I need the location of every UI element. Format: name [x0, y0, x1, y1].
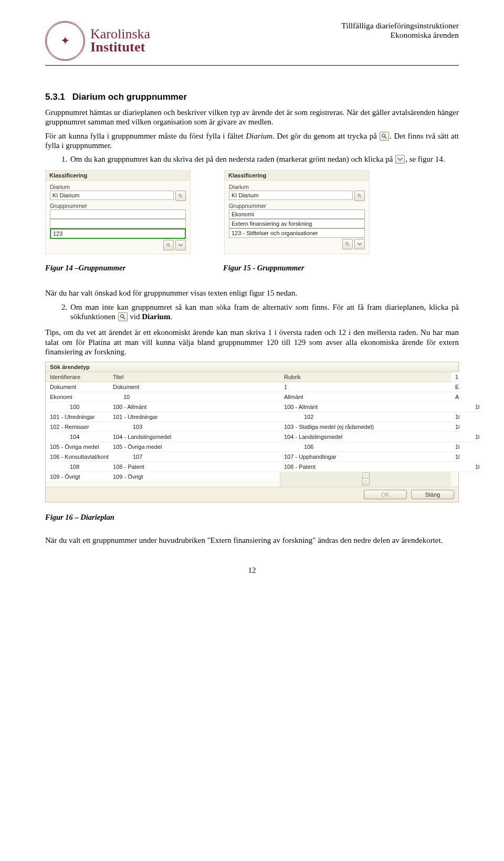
li2-bold: Diarium [142, 312, 170, 321]
table-cell-id[interactable]: 106 [280, 442, 451, 452]
sok-footer: OK Stäng [46, 487, 458, 502]
svg-line-7 [360, 196, 361, 197]
figure-16-caption: Figur 16 – Diarieplan [45, 513, 459, 522]
table-cell-titel[interactable]: 102 - Remisser [451, 412, 459, 422]
scroll-down-icon[interactable]: ˇ [362, 478, 370, 486]
tool-search-a[interactable] [163, 240, 174, 250]
grupp-a-1[interactable] [50, 209, 186, 219]
table-cell-rubrik[interactable]: Dokument [109, 382, 280, 392]
table-cell-id[interactable]: 102 [280, 412, 451, 422]
svg-line-11 [123, 318, 125, 319]
sok-title: Sök ärendetyp [46, 362, 458, 372]
table-cell-rubrik[interactable]: 104 - Landstingsmedel [280, 432, 451, 442]
figure-15-caption: Figur 15 - Gruppnummer [223, 264, 368, 272]
col-rubrik[interactable]: Rubrik [280, 372, 451, 382]
table-cell-id[interactable]: 1 [451, 372, 459, 382]
table-cell-id[interactable]: 105 [451, 432, 479, 442]
table-cell-rubrik[interactable]: 103 - Statliga medel (ej rådsmedel) [451, 422, 459, 432]
logo-block: Karolinska Institutet [45, 21, 150, 61]
label-gruppnummer-a: Gruppnummer [50, 203, 186, 209]
table-cell-rubrik[interactable]: Allmänt [451, 392, 459, 402]
table-cell-id[interactable]: 100 [46, 402, 109, 412]
table-cell-id[interactable]: 108 [46, 462, 109, 472]
header-rule [45, 65, 459, 66]
table-cell-titel[interactable]: 103 - Statliga medel (ej rådsmedel) [280, 422, 451, 432]
table-cell-titel[interactable]: Ekonomi [451, 382, 459, 392]
col-titel[interactable]: Titel [109, 372, 280, 382]
diarium-input-a[interactable]: KI Diarium [50, 191, 174, 200]
grupp-b-3[interactable]: 123 - Stiftelser och organisationer [229, 228, 365, 238]
svg-point-8 [346, 243, 349, 245]
screenshot-row: Klassificering Diarium KI Diarium Gruppn… [45, 170, 459, 254]
table-cell-titel[interactable]: 108 - Patent [109, 462, 280, 472]
diarium-input-b[interactable]: KI Diarium [229, 191, 353, 200]
table-cell-rubrik[interactable]: 100 - Allmänt [280, 402, 451, 412]
table-cell-titel[interactable]: 107 - Upphandlingar [280, 452, 451, 462]
table-cell-id[interactable]: 101 [451, 402, 479, 412]
diarium-search-a[interactable] [175, 191, 186, 201]
table-cell-id[interactable]: 103 [109, 422, 280, 432]
table-cell-titel[interactable]: 106 - Konsultavtal/kontrakt [451, 442, 459, 452]
svg-line-9 [348, 245, 349, 246]
grupp-b-2[interactable]: Extern finansiering av forskning [229, 219, 365, 228]
table-cell-rubrik[interactable]: 101 - Utredningar [109, 412, 280, 422]
svg-line-3 [181, 196, 182, 197]
panel-a-header: Klassificering [46, 171, 190, 181]
search-icon [380, 132, 389, 141]
table-cell-id[interactable]: 109 [451, 462, 479, 472]
tool-apply-b[interactable] [354, 239, 365, 249]
grupp-a-2[interactable] [50, 219, 186, 228]
table-cell-rubrik[interactable]: 108 - Patent [280, 462, 451, 472]
li1-b: , se figur 14. [405, 155, 445, 163]
table-cell-rubrik[interactable]: 105 - Övriga medel [109, 442, 280, 452]
klassificering-panel-a: Klassificering Diarium KI Diarium Gruppn… [45, 170, 191, 254]
table-cell-titel[interactable]: 109 - Övrigt [46, 472, 109, 482]
page-header: Karolinska Institutet Tillfälliga diarie… [45, 21, 459, 61]
sok-arendetyp-window: Sök ärendetyp Identifierare Titel Rubrik… [45, 362, 459, 502]
table-cell-titel[interactable]: 101 - Utredningar [46, 412, 109, 422]
page-number: 12 [45, 566, 459, 575]
header-right: Tillfälliga diarieföringsinstruktioner E… [341, 21, 459, 40]
table-cell-id[interactable]: 10 [109, 392, 280, 402]
seal-icon [45, 21, 85, 61]
para-2a: För att kunna fylla i gruppnummer måste … [45, 132, 246, 140]
table-cell-id[interactable]: 1 [280, 382, 451, 392]
grupp-a-3[interactable]: 123 [50, 228, 186, 239]
panel-b-header: Klassificering [225, 171, 369, 181]
close-button[interactable]: Stäng [411, 490, 454, 499]
table-cell-titel[interactable]: Dokument [46, 382, 109, 392]
table-cell-rubrik[interactable]: 109 - Övrigt [109, 472, 280, 482]
para-2: För att kunna fylla i gruppnummer måste … [45, 131, 459, 151]
tool-search-b[interactable] [342, 239, 353, 249]
table-cell-titel[interactable]: 100 - Allmänt [109, 402, 280, 412]
para-4: Tips, om du vet att ärendet är ett ekono… [45, 328, 459, 356]
table-cell-rubrik[interactable]: Ekonomi [46, 392, 109, 402]
scrollbar[interactable]: ˆ ˇ [280, 472, 451, 486]
ordered-list-1: Om du kan gruppnumret kan du skriva det … [45, 154, 459, 164]
svg-point-6 [358, 194, 361, 197]
col-identifierare[interactable]: Identifierare [46, 372, 109, 382]
tool-apply-a[interactable] [175, 240, 186, 250]
table-cell-id[interactable]: 107 [109, 452, 280, 462]
table-cell-rubrik[interactable]: 102 - Remisser [46, 422, 109, 432]
table-cell-rubrik[interactable]: 106 - Konsultavtal/kontrakt [46, 452, 109, 462]
table-cell-titel[interactable]: 105 - Övriga medel [46, 442, 109, 452]
ok-button[interactable]: OK [364, 490, 407, 499]
svg-line-5 [169, 246, 170, 247]
search-icon [118, 312, 128, 321]
section-title: Diarium och gruppnummer [72, 92, 187, 102]
table-cell-rubrik[interactable]: 107 - Upphandlingar [451, 452, 459, 462]
header-right-2: Ekonomiska ärenden [341, 30, 459, 40]
list-item-1: Om du kan gruppnumret kan du skriva det … [69, 154, 459, 164]
grupp-b-1[interactable]: Ekonomi [229, 209, 365, 219]
klassificering-panel-b: Klassificering Diarium KI Diarium Gruppn… [224, 170, 370, 254]
label-diarium-a: Diarium [50, 184, 186, 190]
para-1: Gruppnumret hämtas ur diarieplanen och b… [45, 108, 459, 127]
table-cell-id[interactable]: 104 [46, 432, 109, 442]
header-right-1: Tillfälliga diarieföringsinstruktioner [341, 21, 459, 30]
diarium-search-b[interactable] [354, 191, 365, 201]
section-number: 5.3.1 [45, 92, 65, 102]
table-cell-titel[interactable]: Allmänt [280, 392, 451, 402]
table-cell-titel[interactable]: 104 - Landstingsmedel [109, 432, 280, 442]
apply-icon [395, 155, 405, 164]
